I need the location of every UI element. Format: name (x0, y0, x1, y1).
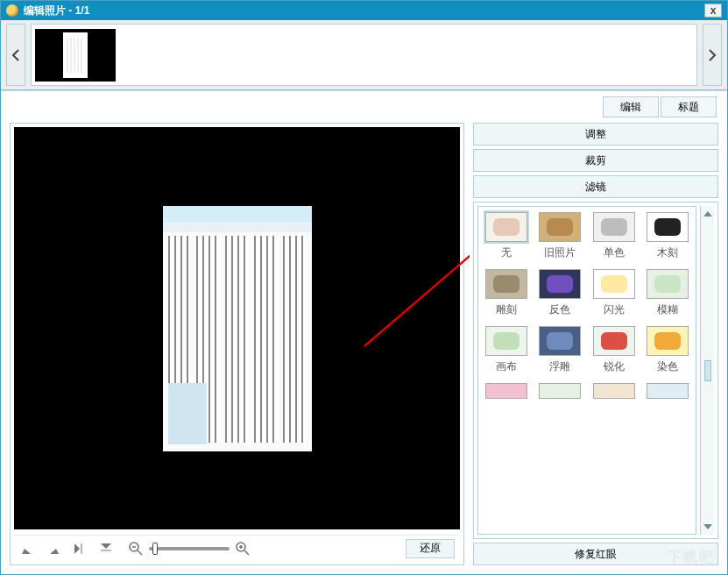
filter-item-木刻[interactable]: 木刻 (644, 212, 693, 260)
svg-line-9 (244, 550, 249, 555)
flip-vertical-button[interactable] (98, 541, 114, 557)
main-body: 编辑 标题 (1, 90, 727, 574)
filter-label: 锐化 (604, 359, 625, 374)
filter-item-雕刻[interactable]: 雕刻 (482, 269, 531, 317)
zoom-in-button[interactable] (235, 541, 251, 557)
filter-label: 单色 (604, 245, 625, 260)
filter-swatch (485, 383, 527, 399)
preview-image (163, 206, 312, 451)
filter-label: 木刻 (657, 245, 678, 260)
filter-label: 画布 (496, 359, 517, 374)
filter-swatch (539, 383, 581, 399)
svg-line-0 (364, 215, 470, 346)
filter-swatch (593, 212, 635, 242)
section-adjust[interactable]: 调整 (473, 123, 718, 146)
filter-swatch (647, 269, 689, 299)
filter-swatch (593, 269, 635, 299)
section-redeye[interactable]: 修复红眼 (473, 543, 718, 565)
flip-horizontal-button[interactable] (72, 541, 88, 557)
next-thumb-button[interactable] (703, 24, 722, 86)
filter-scrollbar[interactable] (700, 206, 714, 535)
thumbnail-strip (1, 20, 727, 90)
filter-swatch (593, 326, 635, 356)
filter-label: 旧照片 (544, 245, 576, 260)
app-icon (6, 4, 18, 17)
thumbnail-image (63, 32, 88, 78)
filter-label: 无 (501, 245, 512, 260)
chevron-right-icon (708, 49, 717, 61)
filter-swatch (647, 212, 689, 242)
zoom-controls (128, 541, 251, 557)
zoom-slider[interactable] (149, 547, 230, 550)
filter-item-闪光[interactable]: 闪光 (590, 269, 639, 317)
filter-swatch (539, 269, 581, 299)
filter-item-旧照片[interactable]: 旧照片 (536, 212, 585, 260)
filter-label: 闪光 (604, 302, 625, 317)
svg-line-5 (138, 550, 142, 555)
filter-item-反色[interactable]: 反色 (536, 269, 585, 317)
filter-label: 浮雕 (549, 359, 570, 374)
section-crop[interactable]: 裁剪 (473, 149, 718, 172)
filter-item-画布[interactable]: 画布 (482, 326, 531, 374)
side-panel: 调整 裁剪 滤镜 无旧照片单色木刻雕刻反色闪光模糊画布浮雕锐化染色 (473, 123, 718, 565)
filter-item-锐化[interactable]: 锐化 (590, 326, 639, 374)
zoom-slider-thumb[interactable] (152, 543, 158, 555)
content-row: 还原 调整 裁剪 滤镜 无旧照片单色木刻雕刻反色闪光模糊画布浮雕锐化染色 (10, 123, 718, 565)
filter-label: 模糊 (657, 302, 678, 317)
filter-swatch (539, 326, 581, 356)
filter-item-partial[interactable] (536, 383, 585, 399)
close-button[interactable]: x (704, 4, 722, 18)
tab-edit[interactable]: 编辑 (603, 96, 659, 117)
filter-item-partial[interactable] (644, 383, 693, 399)
filter-item-模糊[interactable]: 模糊 (644, 269, 693, 317)
filter-swatch (647, 326, 689, 356)
filter-swatch (485, 212, 527, 242)
filter-swatch (647, 383, 689, 399)
filter-grid: 无旧照片单色木刻雕刻反色闪光模糊画布浮雕锐化染色 (482, 212, 692, 399)
scroll-down-button[interactable] (703, 521, 713, 533)
filter-panel: 无旧照片单色木刻雕刻反色闪光模糊画布浮雕锐化染色 (473, 202, 718, 539)
image-canvas[interactable] (14, 127, 460, 529)
section-filter[interactable]: 滤镜 (473, 175, 718, 198)
title-bar: 编辑照片 - 1/1 x (1, 1, 727, 20)
thumbnail-item[interactable] (35, 29, 116, 82)
filter-item-partial[interactable] (482, 383, 531, 399)
scroll-up-button[interactable] (703, 208, 713, 220)
rotate-left-button[interactable] (19, 541, 35, 557)
scroll-thumb[interactable] (704, 360, 711, 381)
chevron-left-icon (11, 49, 20, 61)
filter-grid-wrap: 无旧照片单色木刻雕刻反色闪光模糊画布浮雕锐化染色 (477, 206, 696, 535)
rotate-right-button[interactable] (46, 541, 61, 557)
filter-swatch (539, 212, 581, 242)
app-window: 编辑照片 - 1/1 x 编辑 标题 (0, 0, 728, 575)
filter-item-浮雕[interactable]: 浮雕 (536, 326, 585, 374)
filter-swatch (485, 269, 527, 299)
filter-swatch (593, 383, 635, 399)
tab-title[interactable]: 标题 (661, 96, 717, 117)
reset-button[interactable]: 还原 (406, 539, 455, 558)
preview-column: 还原 (10, 123, 464, 565)
filter-item-单色[interactable]: 单色 (590, 212, 639, 260)
image-toolbar: 还原 (14, 535, 460, 561)
filter-item-partial[interactable] (590, 383, 639, 399)
mode-tabs: 编辑 标题 (601, 96, 717, 117)
zoom-out-button[interactable] (128, 541, 144, 557)
filter-item-染色[interactable]: 染色 (644, 326, 693, 374)
filter-label: 染色 (657, 359, 678, 374)
filter-item-无[interactable]: 无 (482, 212, 531, 260)
window-title: 编辑照片 - 1/1 (24, 4, 704, 18)
filter-label: 雕刻 (496, 302, 517, 317)
filter-swatch (485, 326, 527, 356)
thumbnail-track (31, 24, 697, 86)
prev-thumb-button[interactable] (6, 24, 25, 86)
filter-label: 反色 (549, 302, 570, 317)
